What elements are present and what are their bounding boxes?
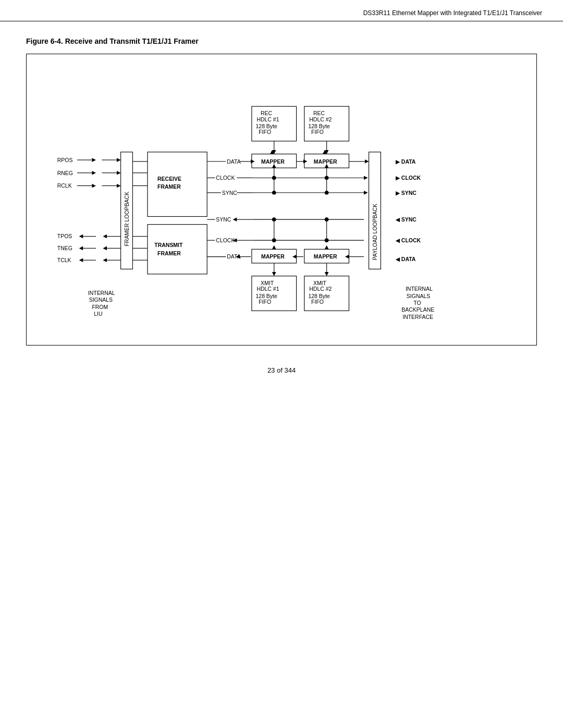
- tpos-label: TPOS: [57, 233, 72, 239]
- svg-marker-87: [325, 272, 329, 276]
- rec-hdlc2-label: REC: [313, 110, 325, 116]
- xmit-hdlc2-fifo2: FIFO: [311, 299, 324, 305]
- svg-marker-36: [251, 159, 255, 164]
- internal-signals-from-label2: SIGNALS: [89, 297, 113, 303]
- receive-framer-label2: FRAMER: [157, 184, 181, 190]
- svg-rect-26: [148, 225, 207, 274]
- diagram-svg: text { font-family: Arial, sans-serif; f…: [36, 67, 527, 335]
- framer-loopback-label: FRAMER LOOPBACK: [124, 192, 130, 246]
- sync-tx-label: SYNC: [216, 217, 231, 223]
- svg-marker-19: [103, 235, 107, 239]
- xmit-hdlc2-label: XMIT: [313, 280, 327, 286]
- svg-marker-13: [79, 235, 83, 239]
- internal-signals-to-label3: TO: [413, 300, 421, 306]
- internal-signals-from-label3: FROM: [92, 304, 108, 310]
- svg-marker-5: [92, 184, 96, 188]
- svg-marker-56: [364, 191, 368, 195]
- xmit-hdlc2-fifo1: 128 Byte: [308, 293, 330, 299]
- payload-loopback-label: PAYLOAD LOOPBACK: [372, 204, 378, 260]
- figure-title: Figure 6-4. Receive and Transmit T1/E1/J…: [26, 37, 537, 45]
- svg-marker-21: [103, 246, 107, 251]
- rneg-label: RNEG: [57, 170, 73, 176]
- clock-signal-label: CLOCK: [216, 175, 235, 181]
- sync-right-label2: ◀ SYNC: [395, 217, 417, 223]
- rpos-label: RPOS: [57, 157, 73, 163]
- svg-marker-7: [117, 158, 121, 162]
- rec-hdlc1-fifo2: FIFO: [259, 129, 271, 135]
- xmit-hdlc1-fifo2: FIFO: [259, 299, 271, 305]
- svg-marker-83: [292, 255, 297, 259]
- data-right-label2: ◀ DATA: [395, 256, 416, 262]
- internal-signals-to-label4: BACKPLANE: [401, 307, 434, 313]
- svg-marker-47: [364, 176, 368, 180]
- svg-marker-81: [345, 255, 349, 259]
- internal-signals-to-label: INTERNAL: [406, 286, 433, 292]
- mapper1-label: MAPPER: [261, 159, 285, 165]
- transmit-framer-label: TRANSMIT: [154, 242, 183, 248]
- mapper2-label: MAPPER: [314, 159, 337, 165]
- internal-signals-from-label4: LIU: [94, 311, 102, 317]
- clock-right-label: ▶ CLOCK: [396, 175, 421, 181]
- data-signal-top-label: DATA: [227, 159, 240, 165]
- page-footer: 23 of 344: [0, 366, 563, 374]
- clock-right-label2: ◀ CLOCK: [395, 238, 421, 243]
- svg-marker-61: [233, 217, 237, 221]
- mapper4-label: MAPPER: [314, 254, 337, 260]
- rclk-label: RCLK: [57, 183, 72, 189]
- svg-marker-49: [272, 164, 276, 168]
- data-right-label: ▶ DATA: [396, 159, 416, 165]
- mapper3-label: MAPPER: [261, 254, 285, 260]
- receive-framer-label: RECEIVE: [157, 176, 181, 182]
- svg-marker-3: [92, 171, 96, 175]
- svg-marker-23: [103, 258, 107, 262]
- tclk-label: TCLK: [57, 257, 71, 263]
- clock-tx-label: CLOCK: [216, 238, 235, 243]
- svg-marker-85: [272, 272, 276, 276]
- rec-hdlc2-label2: HDLC #2: [309, 117, 332, 122]
- svg-marker-77: [325, 245, 329, 250]
- internal-signals-from-label: INTERNAL: [88, 290, 115, 296]
- sync-right-label1: ▶ SYNC: [396, 190, 417, 196]
- sync-signal-label: SYNC: [222, 190, 238, 196]
- svg-marker-15: [79, 246, 83, 251]
- figure-section: Figure 6-4. Receive and Transmit T1/E1/J…: [0, 21, 563, 356]
- xmit-hdlc1-label2: HDLC #1: [256, 286, 279, 292]
- page-number: 23 of 344: [267, 366, 296, 374]
- svg-marker-40: [365, 159, 369, 164]
- svg-marker-51: [325, 164, 329, 168]
- diagram-container: text { font-family: Arial, sans-serif; f…: [26, 54, 537, 346]
- svg-marker-17: [79, 258, 83, 262]
- transmit-framer-label2: FRAMER: [157, 251, 181, 256]
- internal-signals-to-label5: INTERFACE: [402, 314, 433, 320]
- rec-hdlc2-fifo1: 128 Byte: [308, 124, 330, 129]
- svg-marker-38: [303, 159, 308, 164]
- rec-hdlc2-fifo2: FIFO: [311, 129, 324, 135]
- header-title: DS33R11 Ethernet Mapper with Integrated …: [363, 9, 542, 17]
- rec-hdlc1-label2: HDLC #1: [256, 117, 279, 122]
- page-header: DS33R11 Ethernet Mapper with Integrated …: [0, 0, 563, 21]
- rec-hdlc1-label: REC: [261, 110, 273, 116]
- internal-signals-to-label2: SIGNALS: [407, 293, 430, 299]
- svg-marker-1: [92, 158, 96, 162]
- xmit-hdlc2-label2: HDLC #2: [309, 286, 332, 292]
- rec-hdlc1-fifo1: 128 Byte: [256, 124, 278, 129]
- tneg-label: TNEG: [57, 245, 72, 251]
- svg-marker-11: [117, 184, 121, 188]
- svg-marker-76: [272, 245, 276, 250]
- svg-marker-9: [117, 171, 121, 175]
- xmit-hdlc1-fifo1: 128 Byte: [256, 293, 278, 299]
- xmit-hdlc1-label: XMIT: [261, 280, 274, 286]
